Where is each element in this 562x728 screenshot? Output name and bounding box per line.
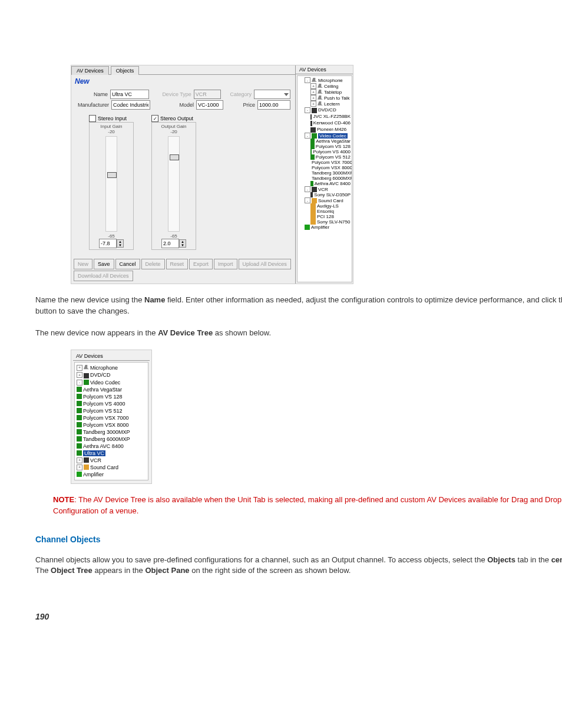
- tree-item[interactable]: Polycom VSX 7000: [77, 414, 146, 421]
- tree-item[interactable]: Amplifier: [77, 471, 146, 478]
- tree-item-label: Polycom VS 512: [83, 408, 123, 414]
- cancel-button[interactable]: Cancel: [115, 259, 140, 269]
- expand-icon[interactable]: -: [305, 186, 310, 192]
- category-select[interactable]: [254, 90, 290, 99]
- tree-item-label: Aethra AVC 8400: [83, 443, 124, 449]
- expand-icon[interactable]: -: [305, 77, 310, 83]
- checkbox-icon: [89, 115, 96, 122]
- expand-icon[interactable]: -: [77, 380, 82, 386]
- tree-item[interactable]: +Tabletop: [299, 89, 351, 95]
- expand-icon[interactable]: +: [310, 95, 316, 101]
- tree-item[interactable]: PCI 128: [299, 214, 351, 219]
- name-input[interactable]: [110, 90, 149, 99]
- tree-item[interactable]: Polycom VS 4000: [299, 149, 351, 154]
- tree-item[interactable]: Aethra AVC 8400: [77, 443, 146, 450]
- price-label: Price: [226, 102, 255, 108]
- tree-item[interactable]: +Microphone: [77, 364, 146, 371]
- tree-item[interactable]: Audigy-LS: [299, 203, 351, 209]
- tree-item[interactable]: JVC XL-FZ258BK: [299, 113, 351, 120]
- screenshot-av-device-tree: AV Devices +Microphone+DVD/CD-Video Code…: [71, 350, 152, 484]
- tab-av-devices[interactable]: AV Devices: [71, 66, 109, 75]
- tree-item-label: Polycom VSX 8000: [312, 165, 352, 170]
- expand-icon[interactable]: +: [310, 83, 316, 89]
- expand-icon[interactable]: +: [77, 457, 82, 463]
- price-input[interactable]: [257, 100, 290, 110]
- tree-item[interactable]: Amplifier: [299, 225, 351, 230]
- tree-item[interactable]: Ensoniq: [299, 209, 351, 214]
- tree-item[interactable]: Sony SLV-D350P: [299, 192, 351, 197]
- tree-item[interactable]: -Microphone: [299, 77, 351, 83]
- tree-item[interactable]: Polycom VS 512: [77, 407, 146, 414]
- vcr-icon: [84, 457, 89, 463]
- tree-item[interactable]: -VCR: [299, 186, 351, 192]
- tree-item[interactable]: +DVD/CD: [77, 371, 146, 379]
- tree-item[interactable]: +Push to Talk: [299, 95, 351, 101]
- tree-item[interactable]: Tandberg 3000MXP: [77, 429, 146, 436]
- tree-item[interactable]: -Sound Card: [299, 197, 351, 203]
- tree-item[interactable]: Aethra VegaStar: [299, 139, 351, 144]
- tree-item[interactable]: -Video Codec: [77, 379, 146, 386]
- tree-item[interactable]: Polycom VS 128: [77, 393, 146, 400]
- instruction-paragraph-2: The new device now appears in the AV Dev…: [35, 328, 562, 339]
- chevron-down-icon: [284, 93, 289, 96]
- expand-icon[interactable]: -: [305, 107, 310, 113]
- input-gain-slider[interactable]: [105, 136, 117, 232]
- tree-item[interactable]: Tandberg 3000MXP: [299, 170, 351, 176]
- save-button[interactable]: Save: [94, 259, 114, 269]
- vc-icon: [84, 380, 89, 385]
- expand-icon[interactable]: +: [310, 101, 316, 107]
- tree-item[interactable]: Tandberg 6000MXP: [299, 176, 351, 181]
- stereo-input-checkbox[interactable]: Stereo Input: [89, 115, 134, 122]
- vc-icon: [312, 133, 317, 139]
- mic-icon: [312, 78, 317, 83]
- tree-item-label: Tandberg 6000MXP: [83, 436, 130, 442]
- tab-objects[interactable]: Objects: [111, 66, 140, 75]
- vc-icon: [77, 401, 82, 406]
- tree-item-label: Polycom VS 4000: [83, 401, 125, 407]
- snd-icon: [310, 203, 316, 209]
- tree-item[interactable]: +Ceiling: [299, 83, 351, 89]
- output-gain-value[interactable]: [161, 239, 179, 248]
- tree-item-label: Polycom VS 128: [316, 144, 351, 149]
- tree-item[interactable]: +VCR: [77, 457, 146, 464]
- spinner[interactable]: ▲▼: [117, 239, 124, 248]
- tree-item[interactable]: Polycom VSX 7000: [299, 160, 351, 165]
- tree-panel-title: AV Devices: [73, 352, 150, 361]
- stereo-output-checkbox[interactable]: ✓Stereo Output: [151, 115, 196, 122]
- tree-item[interactable]: Aethra VegaStar: [77, 386, 146, 393]
- expand-icon[interactable]: +: [77, 465, 82, 470]
- tree-item[interactable]: -Video Codec: [299, 133, 351, 139]
- dvd-icon: [84, 373, 89, 378]
- tree-item[interactable]: Tandberg 6000MXP: [77, 436, 146, 443]
- tree-item[interactable]: Sony SLV-N750: [299, 219, 351, 225]
- av-device-tree[interactable]: -Microphone+Ceiling+Tabletop+Push to Tal…: [297, 75, 352, 282]
- tree-item[interactable]: -DVD/CD: [299, 107, 351, 113]
- output-gain-slider[interactable]: [168, 136, 180, 232]
- tree-item[interactable]: Polycom VS 4000: [77, 400, 146, 407]
- tree-item[interactable]: +Sound Card: [77, 464, 146, 471]
- model-input[interactable]: [196, 100, 223, 110]
- tree-item-label: Polycom VSX 8000: [83, 422, 129, 428]
- av-device-tree[interactable]: +Microphone+DVD/CD-Video CodecAethra Veg…: [74, 362, 148, 480]
- tree-item[interactable]: Polycom VSX 8000: [77, 421, 146, 429]
- tree-item[interactable]: Aethra AVC 8400: [299, 181, 351, 186]
- expand-icon[interactable]: +: [310, 89, 316, 95]
- input-gain-value[interactable]: [99, 239, 117, 248]
- import-button: Import: [214, 259, 237, 269]
- note-text: NOTE: The AV Device Tree is also availab…: [53, 494, 562, 517]
- tree-item[interactable]: Polycom VS 512: [299, 154, 351, 160]
- tree-item[interactable]: Polycom VSX 8000: [299, 165, 351, 170]
- expand-icon[interactable]: -: [305, 197, 310, 203]
- expand-icon[interactable]: +: [77, 365, 82, 371]
- spinner[interactable]: ▲▼: [179, 239, 186, 248]
- tree-item-label: Ultra VC: [83, 450, 105, 456]
- expand-icon[interactable]: -: [305, 133, 310, 139]
- tree-item[interactable]: Ultra VC: [77, 450, 146, 457]
- mfr-input[interactable]: [111, 100, 150, 110]
- expand-icon[interactable]: +: [77, 372, 82, 378]
- tree-item[interactable]: Kenwood CD-406: [299, 120, 351, 126]
- tree-item-label: DVD/CD: [318, 107, 336, 113]
- tree-item[interactable]: Polycom VS 128: [299, 144, 351, 149]
- tree-item[interactable]: +Lectern: [299, 101, 351, 107]
- tree-item[interactable]: Pioneer-M426: [299, 126, 351, 133]
